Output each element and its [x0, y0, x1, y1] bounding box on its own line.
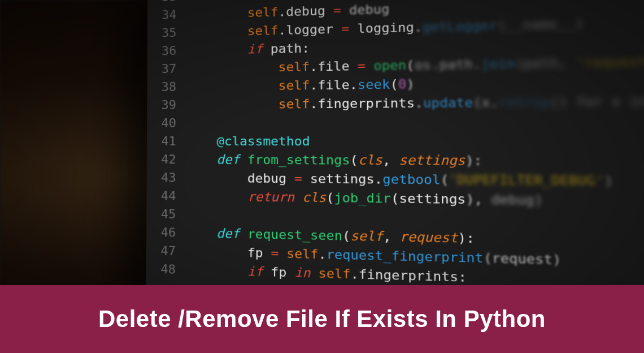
code-token: ): — [458, 230, 475, 246]
line-number: 46 — [146, 223, 186, 243]
code-token: self — [279, 59, 310, 74]
code-token: (request) — [484, 250, 562, 267]
code-token: self — [350, 229, 383, 244]
line-number: 48 — [146, 260, 186, 279]
code-token: getbool — [382, 172, 441, 187]
code-token: settings. — [302, 171, 382, 187]
code-token: def — [216, 152, 247, 167]
code-token: . — [318, 247, 326, 262]
code-token: rstrip — [498, 94, 550, 110]
code-token: getLogger — [422, 18, 497, 35]
code-token: ( — [406, 58, 415, 72]
code-token: x — [481, 95, 490, 110]
code-token: . — [310, 59, 317, 74]
code-token: ( — [391, 191, 399, 206]
line-number: 42 — [147, 150, 186, 169]
code-token: . — [414, 20, 423, 35]
code-token: seek — [358, 77, 390, 92]
code-token: cls — [358, 153, 382, 167]
code-token: in — [294, 265, 318, 281]
code-token: file — [317, 78, 350, 92]
code-token: debug — [247, 171, 294, 186]
code-token: . — [310, 97, 317, 111]
code-token: self — [279, 97, 310, 111]
code-token: file — [317, 59, 350, 74]
code-token: logdupes — [286, 0, 349, 1]
banner-title: Delete /Remove File If Exists In Python — [98, 305, 546, 333]
code-token: ) — [604, 173, 613, 189]
code-token: () for x in self.file) — [550, 93, 644, 110]
code-token — [279, 246, 286, 261]
code-token: debug — [349, 2, 389, 18]
code-token: fp — [247, 246, 271, 261]
line-number-gutter: 33343536373839404142434445464748 — [146, 0, 187, 302]
code-token: = — [349, 58, 373, 74]
code-token: request — [399, 229, 458, 246]
code-token: def — [216, 226, 247, 242]
code-token: . — [310, 78, 317, 93]
code-line: @classmethod — [186, 131, 644, 152]
code-token: fingerprints: — [359, 267, 467, 285]
code-token: update — [423, 95, 473, 110]
line-number: 35 — [147, 24, 187, 42]
code-token: (__name__) — [497, 16, 584, 33]
code-token: . — [278, 5, 286, 19]
line-number: 38 — [147, 78, 186, 97]
code-token: . — [351, 266, 359, 282]
code-token: if — [247, 264, 271, 279]
code-token: os — [414, 57, 430, 72]
code-token: , — [383, 229, 399, 244]
code-token: . — [350, 78, 358, 92]
code-token: ( — [326, 190, 334, 205]
code-token: = — [333, 21, 358, 36]
code-token: ( — [440, 172, 449, 187]
code-token: . — [472, 57, 481, 72]
title-banner: Delete /Remove File If Exists In Python — [0, 285, 644, 353]
code-line: def from_settings(cls, settings): — [186, 150, 644, 172]
code-token: request_fingerprint — [327, 247, 484, 266]
code-line — [186, 111, 644, 132]
line-number: 41 — [147, 132, 186, 150]
code-token: . — [431, 57, 440, 72]
code-area: self.logdupes = True self.debug = debug … — [186, 0, 644, 294]
code-token: ( — [390, 77, 398, 92]
line-number: 36 — [147, 42, 187, 61]
code-token: settings — [399, 153, 465, 168]
code-token: job_dir — [334, 190, 391, 205]
code-token: ) — [406, 76, 415, 91]
code-token: self — [286, 246, 318, 261]
line-number: 43 — [147, 169, 186, 187]
code-token: self — [247, 23, 279, 38]
line-number: 44 — [146, 187, 186, 205]
code-token: = — [271, 246, 279, 260]
line-number: 45 — [146, 205, 186, 223]
code-token: = — [294, 171, 302, 186]
code-token: logger — [286, 21, 333, 37]
code-token: fingerprints — [317, 96, 415, 111]
code-token: self — [247, 0, 279, 2]
code-token: settings — [399, 191, 465, 206]
code-editor-screenshot: 33343536373839404142434445464748 self.lo… — [146, 0, 644, 320]
code-token: ) — [534, 192, 543, 208]
code-token: , — [382, 153, 399, 167]
code-token: fp — [271, 265, 294, 280]
code-token: self — [247, 5, 279, 20]
line-number: 40 — [147, 114, 186, 132]
code-token: open — [373, 58, 406, 73]
code-token: self — [319, 266, 351, 282]
code-token: request_seen — [247, 227, 342, 243]
line-number: 47 — [146, 242, 186, 261]
code-token: ): — [465, 153, 482, 168]
code-token: 'requests' — [576, 54, 644, 71]
code-token: ( — [473, 95, 481, 110]
code-token: cls — [302, 190, 326, 205]
line-number: 37 — [147, 60, 187, 79]
code-token: (path, — [515, 55, 576, 71]
line-number: 39 — [147, 96, 186, 115]
line-number: 34 — [147, 6, 187, 25]
code-token: debug — [286, 3, 325, 19]
code-token: logging — [357, 20, 414, 36]
code-token: . — [490, 95, 498, 110]
code-token: . — [278, 0, 286, 1]
code-token: 'DUPEFILTER_DEBUG' — [449, 172, 604, 188]
